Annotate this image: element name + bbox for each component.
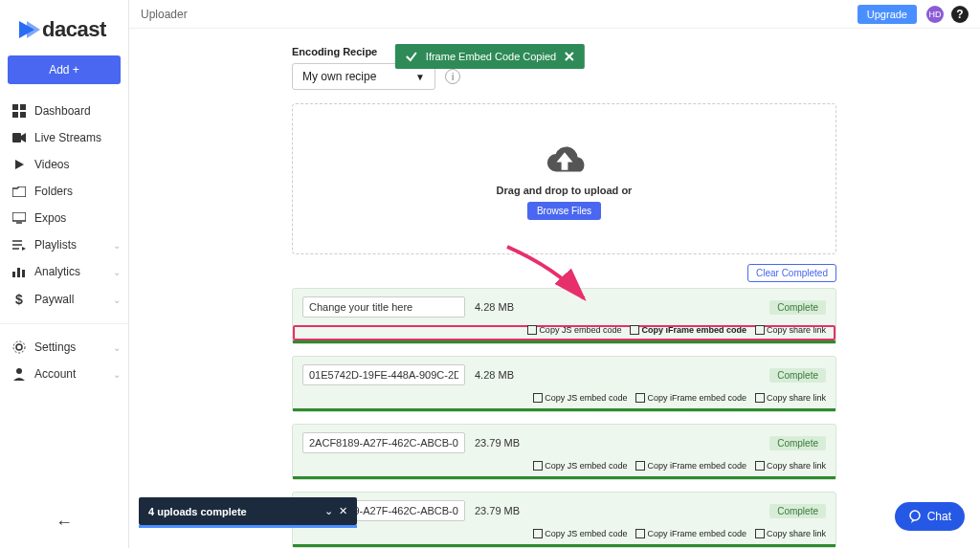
dollar-icon: $ [11,292,27,307]
avatar[interactable]: HD [926,6,944,23]
chat-icon [908,510,922,523]
upload-progress-toast: 4 uploads complete ⌄ ✕ [139,497,357,525]
gear-icon [11,340,27,354]
copy-iframe-embed-button[interactable]: Copy iFrame embed code [636,461,746,471]
clear-completed-button[interactable]: Clear Completed [747,264,836,282]
camera-icon [11,133,27,142]
copy-js-embed-button[interactable]: Copy JS embed code [534,461,627,471]
collapse-sidebar-button[interactable]: ← [0,501,128,548]
copy-icon [534,394,542,402]
copy-icon [534,530,542,537]
sidebar-item-account[interactable]: Account ⌄ [0,361,128,387]
sidebar-item-expos[interactable]: Expos [0,205,128,231]
upload-progress-text: 4 uploads complete [148,506,324,517]
sidebar-item-dashboard[interactable]: Dashboard [0,98,128,124]
folder-icon [11,186,27,197]
svg-rect-3 [20,112,26,118]
playlist-icon [11,239,27,251]
upload-size: 23.79 MB [475,437,520,449]
copy-share-link-button[interactable]: Copy share link [756,325,826,335]
chevron-down-icon: ⌄ [113,267,121,277]
nav-footer: Settings ⌄ Account ⌄ [0,330,128,391]
copy-iframe-embed-button[interactable]: Copy iFrame embed code [636,529,746,538]
copy-icon [631,326,638,334]
svg-rect-12 [22,270,25,277]
upgrade-button[interactable]: Upgrade [858,5,917,24]
sidebar-item-analytics[interactable]: Analytics ⌄ [0,258,128,285]
sidebar-item-videos[interactable]: Videos [0,151,128,178]
upload-progress-bar [293,476,835,479]
copy-js-embed-button[interactable]: Copy JS embed code [534,393,627,403]
copy-iframe-embed-button[interactable]: Copy iFrame embed code [631,325,746,335]
chevron-down-icon: ⌄ [113,240,121,251]
info-icon[interactable]: i [445,69,460,84]
brand-name: dacast [42,17,106,42]
toast-success: Iframe Embed Code Copied [395,44,585,69]
upload-status-badge: Complete [769,504,826,518]
dropzone-text: Drag and drop to upload or [497,185,633,196]
monitor-icon [11,212,27,224]
svg-point-14 [13,341,25,353]
copy-icon [756,530,764,537]
chevron-down-icon: ⌄ [113,295,121,305]
upload-status-badge: Complete [769,300,826,315]
upload-title-input[interactable] [302,432,465,453]
user-icon [11,367,27,381]
check-icon [405,50,418,63]
sidebar-item-settings[interactable]: Settings ⌄ [0,334,128,361]
upload-dropzone[interactable]: Drag and drop to upload or Browse Files [292,103,836,254]
browse-files-button[interactable]: Browse Files [527,202,601,220]
copy-share-link-button[interactable]: Copy share link [756,529,826,538]
upload-title-input[interactable] [302,364,465,385]
svg-rect-5 [12,212,26,221]
sidebar-item-playlists[interactable]: Playlists ⌄ [0,231,128,258]
svg-rect-11 [17,268,20,277]
copy-icon [636,462,644,470]
copy-icon [756,462,764,470]
upload-progress-bar [293,340,835,343]
upload-card: 4.28 MB Complete Copy JS embed code Copy… [292,356,836,412]
copy-icon [756,326,764,334]
copy-iframe-embed-button[interactable]: Copy iFrame embed code [636,393,746,403]
upload-status-badge: Complete [769,368,826,383]
add-button[interactable]: Add + [8,55,121,84]
close-icon[interactable]: ✕ [339,505,347,517]
copy-js-embed-button[interactable]: Copy JS embed code [528,325,621,335]
chevron-down-icon[interactable]: ⌄ [324,505,333,517]
copy-share-link-button[interactable]: Copy share link [756,461,826,471]
page-title: Uploader [141,8,188,21]
copy-share-link-button[interactable]: Copy share link [756,393,826,403]
upload-card: 23.79 MB Complete Copy JS embed code Cop… [292,492,836,548]
brand-logo-icon [17,19,42,40]
cloud-upload-icon [539,139,590,179]
upload-status-badge: Complete [769,436,826,450]
svg-rect-10 [12,272,15,277]
svg-rect-0 [12,104,18,110]
svg-rect-4 [12,133,21,142]
chat-button[interactable]: Chat [895,502,965,531]
upload-card: 23.79 MB Complete Copy JS embed code Cop… [292,424,836,480]
svg-rect-2 [12,112,18,118]
dashboard-icon [11,104,27,118]
copy-js-embed-button[interactable]: Copy JS embed code [534,529,627,538]
svg-rect-1 [20,104,26,110]
caret-down-icon: ▼ [415,72,425,82]
sidebar: dacast Add + Dashboard Live Streams Vide… [0,0,129,548]
main-content: Encoding Recipe My own recipe ▼ i Drag a… [129,29,980,548]
sidebar-item-paywall[interactable]: $ Paywall ⌄ [0,285,128,314]
nav-main: Dashboard Live Streams Videos Folders Ex… [0,94,128,318]
upload-progress-bar [293,544,835,547]
copy-icon [636,394,644,402]
upload-title-input[interactable] [302,296,465,318]
analytics-icon [11,266,27,277]
nav-separator [0,323,128,324]
copy-icon [756,394,764,402]
play-icon [11,159,27,170]
sidebar-item-folders[interactable]: Folders [0,178,128,205]
copy-icon [636,530,644,537]
svg-point-15 [16,368,22,374]
help-icon[interactable]: ? [951,6,969,23]
sidebar-item-live-streams[interactable]: Live Streams [0,124,128,151]
close-icon[interactable] [564,51,575,62]
chevron-down-icon: ⌄ [113,342,121,353]
